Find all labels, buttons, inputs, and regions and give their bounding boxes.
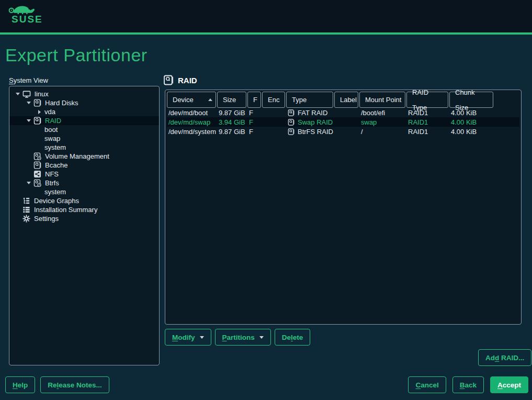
back-button[interactable]: Back xyxy=(452,376,484,393)
help-button[interactable]: Help xyxy=(5,376,35,393)
suse-logo: SUSE xyxy=(6,2,43,24)
brand-divider xyxy=(0,32,532,35)
disk-clock-icon xyxy=(33,179,41,187)
chevron-down-icon xyxy=(259,336,264,339)
list-icon xyxy=(22,206,30,214)
modify-button[interactable]: Modify xyxy=(165,329,211,346)
tree-item-system[interactable]: system xyxy=(9,143,159,152)
delete-button[interactable]: Delete xyxy=(275,329,311,346)
column-header-f[interactable]: F xyxy=(247,92,261,108)
column-header-raid-type[interactable]: RAID Type xyxy=(406,92,448,108)
column-header-filler xyxy=(494,92,519,108)
expander-open-icon[interactable] xyxy=(24,119,33,122)
column-header-device[interactable]: Device xyxy=(167,92,216,108)
tree-item-nfs[interactable]: NFS xyxy=(9,170,159,179)
add-raid-button[interactable]: Add RAID... xyxy=(478,349,531,366)
column-header-type[interactable]: Type xyxy=(286,92,333,108)
tree-item-btrfs-system[interactable]: system xyxy=(9,187,159,196)
chevron-down-icon xyxy=(200,336,204,339)
hard-disk-icon xyxy=(33,117,41,125)
hard-disk-icon xyxy=(163,75,174,85)
share-icon xyxy=(33,170,41,178)
expander-open-icon[interactable] xyxy=(13,93,22,95)
hard-disk-icon xyxy=(33,99,41,107)
cancel-button[interactable]: Cancel xyxy=(408,376,446,393)
hard-disk-icon xyxy=(288,119,295,126)
suse-chameleon-icon xyxy=(6,2,40,15)
hard-disk-icon xyxy=(288,128,295,135)
system-view-label: System View xyxy=(9,76,48,84)
tree-item-bcache[interactable]: Bcache xyxy=(9,161,159,170)
column-header-chunk-size[interactable]: Chunk Size xyxy=(449,92,493,108)
system-view-tree: linux Hard Disks vda RAID boot swap syst… xyxy=(9,86,160,365)
disk-clock-icon xyxy=(33,152,41,160)
hard-disk-icon xyxy=(288,109,295,116)
expander-closed-icon[interactable] xyxy=(35,110,44,114)
accept-button[interactable]: Accept xyxy=(490,376,528,393)
tree-item-raid[interactable]: RAID xyxy=(9,116,159,125)
tree-item-hard-disks[interactable]: Hard Disks xyxy=(9,98,159,107)
tree-graph-icon xyxy=(22,197,30,205)
raid-table: Device Size F Enc Type Label Mount Point… xyxy=(165,90,522,325)
tree-item-linux[interactable]: linux xyxy=(9,90,159,98)
tree-item-settings[interactable]: Settings xyxy=(9,214,159,223)
raid-heading-label: RAID xyxy=(178,76,197,85)
column-header-size[interactable]: Size xyxy=(217,92,246,108)
tree-item-btrfs[interactable]: Btrfs xyxy=(9,179,159,187)
expander-open-icon[interactable] xyxy=(24,102,33,104)
table-row-md-boot[interactable]: /dev/md/boot 9.87 GiB F FAT RAID /boot/e… xyxy=(167,108,519,117)
tree-item-installation-summary[interactable]: Installation Summary xyxy=(9,205,159,214)
release-notes-button[interactable]: Release Notes... xyxy=(40,376,109,393)
tree-item-device-graphs[interactable]: Device Graphs xyxy=(9,196,159,205)
table-row-md-system[interactable]: /dev/md/system 9.87 GiB F BtrFS RAID / R… xyxy=(167,127,519,136)
top-bar: SUSE xyxy=(0,0,532,32)
raid-heading: RAID xyxy=(163,75,197,85)
partitions-button[interactable]: Partitions xyxy=(215,329,271,346)
gear-icon xyxy=(22,215,30,223)
table-row-md-swap[interactable]: /dev/md/swap 3.94 GiB F Swap RAID swap R… xyxy=(167,117,519,127)
column-header-label[interactable]: Label xyxy=(334,92,358,108)
tree-item-boot[interactable]: boot xyxy=(9,125,159,134)
tree-item-swap[interactable]: swap xyxy=(9,134,159,143)
column-header-enc[interactable]: Enc xyxy=(262,92,285,108)
tree-item-volume-management[interactable]: Volume Management xyxy=(9,152,159,161)
column-header-mount-point[interactable]: Mount Point xyxy=(359,92,405,108)
page-title: Expert Partitioner xyxy=(5,45,148,65)
table-header-row: Device Size F Enc Type Label Mount Point… xyxy=(167,92,519,108)
hard-disk-icon xyxy=(33,161,41,169)
expander-open-icon[interactable] xyxy=(24,182,33,184)
tree-item-vda[interactable]: vda xyxy=(9,107,159,116)
brand-wordmark: SUSE xyxy=(12,15,43,24)
sort-ascending-icon xyxy=(208,98,212,101)
monitor-icon xyxy=(22,90,31,98)
